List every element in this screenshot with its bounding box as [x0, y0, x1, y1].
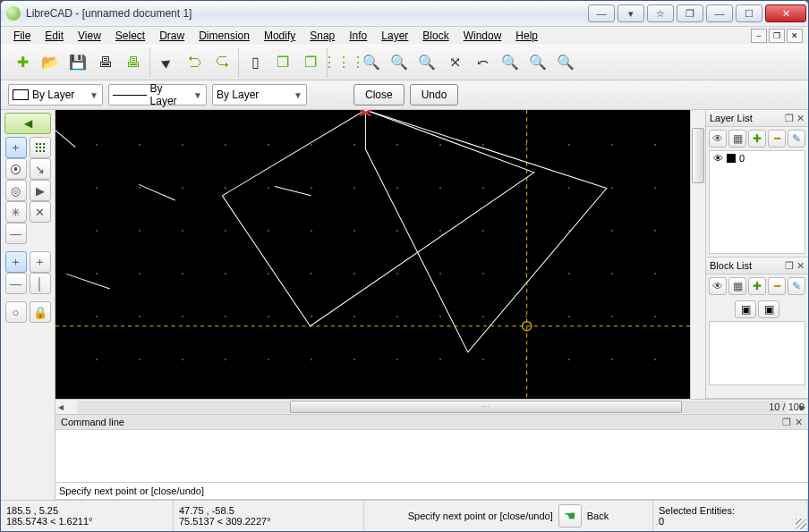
remove-block-icon[interactable]: ━	[768, 277, 786, 295]
command-line-header[interactable]: Command line ❐✕	[55, 415, 808, 430]
menu-dimension[interactable]: Dimension	[192, 28, 257, 44]
menu-window[interactable]: Window	[456, 28, 509, 44]
block-list-header[interactable]: Block List ❐✕	[706, 258, 808, 274]
print-preview-icon[interactable]: 🖶	[121, 50, 146, 75]
sys-button-3[interactable]: ☆	[647, 4, 674, 22]
color-bylayer-select[interactable]: By Layer ▼	[8, 84, 103, 106]
print-icon[interactable]: 🖶	[93, 50, 118, 75]
scrollbar-thumb[interactable]: ⋯	[290, 401, 682, 413]
resize-grip-icon[interactable]	[796, 519, 806, 529]
zoom-extents-icon[interactable]: 🔍	[553, 50, 578, 75]
lt-snap-center[interactable]: ◎	[5, 180, 27, 201]
layer-list-header[interactable]: Layer List ❐✕	[706, 110, 808, 127]
lt-snap-on-entity[interactable]: ↘	[30, 158, 51, 180]
edit-layer-icon[interactable]: ✎	[788, 130, 805, 148]
lt-snap-inter[interactable]: ✕	[30, 201, 51, 223]
eye-icon[interactable]: 👁	[709, 277, 727, 295]
menu-edit[interactable]: Edit	[38, 28, 71, 44]
command-log[interactable]	[55, 430, 808, 483]
title-bar[interactable]: LibreCAD - [unnamed document 1] — ▾ ☆ ❐ …	[1, 1, 808, 27]
undo-icon[interactable]: ⮌	[182, 50, 207, 75]
mdi-close-button[interactable]: ✕	[787, 29, 803, 43]
redo-icon[interactable]: ⮎	[209, 50, 234, 75]
layer-row[interactable]: 👁 0	[713, 153, 801, 164]
menu-layer[interactable]: Layer	[374, 28, 415, 44]
create-block-icon[interactable]: ▣	[758, 300, 779, 318]
menu-help[interactable]: Help	[508, 28, 545, 44]
close-panel-icon[interactable]: ✕	[795, 417, 803, 428]
copy-icon[interactable]: ❐	[270, 50, 295, 75]
vertical-scrollbar[interactable]	[690, 110, 705, 399]
sys-button-2[interactable]: ▾	[617, 4, 644, 22]
pick-arrow-icon[interactable]	[154, 50, 179, 75]
block-list-area[interactable]	[709, 321, 805, 385]
zoom-prev-icon[interactable]: ⤺	[470, 50, 495, 75]
remove-layer-icon[interactable]: ━	[768, 130, 786, 148]
minimize-button[interactable]: —	[706, 4, 733, 22]
menu-modify[interactable]: Modify	[257, 28, 302, 44]
eye-icon[interactable]: 👁	[709, 130, 727, 148]
lt-restrict-ortho[interactable]: ＋	[30, 251, 51, 273]
toggle-grid-icon[interactable]: ⋮⋮⋮	[331, 50, 356, 75]
sys-button-1[interactable]: —	[588, 4, 615, 22]
close-polyline-button[interactable]: Close	[353, 84, 404, 106]
back-button[interactable]: ☚	[558, 504, 582, 528]
toggle-icon[interactable]: ▦	[728, 277, 746, 295]
lt-snap-endpoint[interactable]: ⦿	[5, 158, 27, 180]
add-block-icon[interactable]: ✚	[748, 277, 766, 295]
menu-snap[interactable]: Snap	[302, 28, 342, 44]
cut-icon[interactable]: ▯	[243, 50, 268, 75]
save-file-icon[interactable]: 💾	[65, 50, 90, 75]
undock-icon[interactable]: ❐	[785, 260, 794, 272]
lt-snap-mid[interactable]: ▶	[30, 180, 51, 201]
menu-select[interactable]: Select	[108, 28, 152, 44]
paste-icon[interactable]: ❐	[298, 50, 323, 75]
sys-button-4[interactable]: ❐	[677, 4, 703, 22]
lt-snap-dist[interactable]: ✳	[5, 201, 27, 223]
command-input[interactable]: Specify next point or [close/undo]	[55, 483, 808, 500]
close-panel-icon[interactable]: ✕	[796, 260, 805, 272]
edit-block-icon[interactable]: ✎	[788, 277, 805, 295]
mdi-minimize-button[interactable]: –	[751, 29, 767, 43]
lineweight-bylayer-select[interactable]: By Layer ▼	[212, 84, 307, 106]
lt-snap-hline[interactable]: ―	[5, 223, 27, 244]
undock-icon[interactable]: ❐	[782, 417, 791, 428]
menu-view[interactable]: View	[71, 28, 108, 44]
insert-block-icon[interactable]: ▣	[735, 300, 756, 318]
lt-restrict-none[interactable]: ＋	[5, 251, 27, 273]
undo-segment-button[interactable]: Undo	[410, 84, 459, 106]
zoom-out-icon[interactable]: 🔍	[414, 50, 439, 75]
menu-block[interactable]: Block	[415, 28, 456, 44]
zoom-in-icon[interactable]: 🔍	[387, 50, 412, 75]
zoom-redraw-icon[interactable]: 🔍	[359, 50, 384, 75]
new-file-icon[interactable]: ✚	[10, 50, 35, 75]
scrollbar-track[interactable]: ⋯	[77, 401, 787, 413]
lt-crosshair[interactable]: ＋	[5, 137, 27, 158]
close-button[interactable]: ✕	[765, 4, 806, 22]
layer-visible-icon[interactable]: 👁	[713, 153, 723, 164]
horizontal-scrollbar[interactable]: ◂ ⋯ ▸ 10 / 100	[55, 399, 808, 414]
menu-draw[interactable]: Draw	[152, 28, 192, 44]
lt-restrict-horiz[interactable]: ―	[5, 273, 27, 294]
zoom-pan-icon[interactable]: 🔍	[525, 50, 550, 75]
linetype-bylayer-select[interactable]: By Layer ▼	[108, 84, 207, 106]
close-panel-icon[interactable]: ✕	[796, 113, 805, 124]
zoom-auto-icon[interactable]: ⤧	[442, 50, 467, 75]
undock-icon[interactable]: ❐	[785, 113, 794, 124]
menu-info[interactable]: Info	[342, 28, 374, 44]
lt-relzero[interactable]: ○	[5, 301, 27, 323]
toggle-frozen-icon[interactable]: ▦	[728, 130, 746, 148]
lt-griddots[interactable]	[30, 137, 51, 158]
lt-lockrelzero[interactable]: 🔒	[30, 301, 51, 323]
zoom-window-icon[interactable]: 🔍	[498, 50, 523, 75]
lt-restrict-vert[interactable]: │	[30, 273, 51, 294]
add-layer-icon[interactable]: ✚	[748, 130, 766, 148]
cad-back-button[interactable]: ◀	[4, 113, 51, 134]
maximize-button[interactable]: ☐	[736, 4, 762, 22]
scrollbar-thumb[interactable]	[692, 128, 704, 183]
layer-list[interactable]: 👁 0	[709, 150, 805, 254]
drawing-canvas[interactable]	[55, 110, 690, 399]
mdi-restore-button[interactable]: ❐	[769, 29, 785, 43]
open-file-icon[interactable]: 📂	[38, 50, 63, 75]
scroll-left-icon[interactable]: ◂	[55, 401, 66, 413]
